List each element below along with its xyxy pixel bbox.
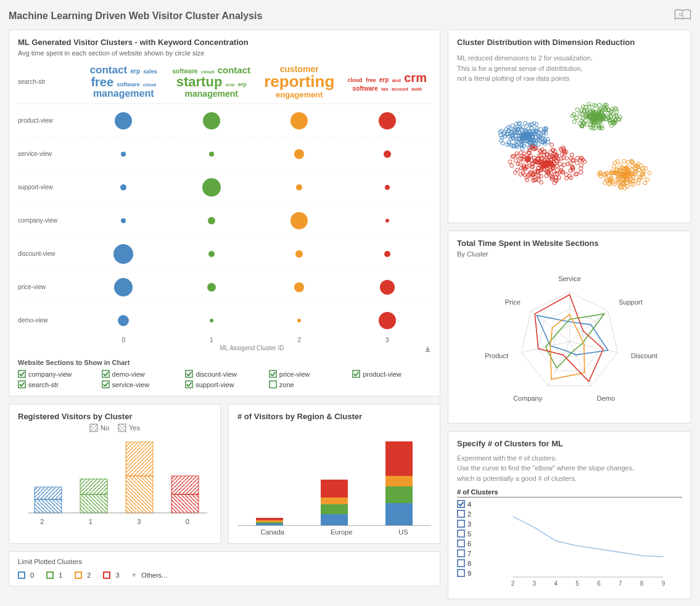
svg-point-689	[525, 178, 529, 182]
desc-line: which is potentially a good # of cluster…	[457, 473, 682, 484]
cluster-count-checkbox[interactable]: 2	[457, 510, 488, 518]
svg-rect-863	[458, 501, 464, 507]
svg-rect-5	[186, 371, 192, 377]
bar-segment	[256, 523, 283, 525]
x-tick: 2	[511, 580, 515, 587]
bubble	[294, 282, 304, 292]
filter-checkbox[interactable]: discount-view	[185, 370, 264, 378]
svg-point-568	[630, 168, 633, 171]
bubble	[113, 244, 133, 264]
x-tick: Europe	[331, 528, 352, 536]
svg-rect-24	[126, 476, 153, 513]
svg-marker-859	[537, 315, 608, 354]
panel-title: Limit Plotted Clusters	[18, 558, 431, 565]
svg-point-562	[599, 174, 603, 178]
row-label: price-view	[18, 284, 80, 290]
panel-scatter: Cluster Distribution with Dimension Redu…	[448, 30, 691, 223]
svg-rect-20	[35, 499, 62, 513]
bubble	[210, 319, 213, 322]
bar-segment	[321, 497, 348, 504]
filter-checkbox[interactable]: zone	[269, 380, 348, 388]
desc-line: Use the curve to find the "elbow" where …	[457, 463, 682, 473]
filter-section-label: Website Sections to Show in Chart	[18, 359, 431, 366]
svg-point-497	[643, 181, 647, 184]
filter-checkbox[interactable]: product-view	[352, 370, 431, 378]
svg-point-781	[516, 168, 519, 171]
filter-checkbox[interactable]: search-str	[18, 380, 97, 388]
cluster-count-checkbox[interactable]: 4	[457, 500, 488, 508]
x-tick: 3	[137, 518, 141, 525]
bar-segment	[385, 486, 413, 503]
bubble	[294, 149, 304, 159]
legend-no: No	[89, 424, 109, 432]
svg-rect-866	[458, 530, 464, 537]
x-tick: 3	[344, 337, 432, 343]
svg-point-612	[564, 173, 568, 176]
download-icon[interactable]	[424, 346, 431, 354]
filter-checkbox[interactable]: demo-view	[102, 370, 181, 378]
svg-point-635	[579, 170, 583, 174]
svg-point-782	[540, 180, 543, 184]
book-icon[interactable]	[674, 9, 691, 23]
x-tick: US	[398, 528, 408, 536]
svg-rect-22	[80, 494, 107, 513]
limit-cluster-checkbox[interactable]: 2	[75, 571, 91, 579]
svg-point-534	[627, 160, 630, 164]
svg-line-18	[122, 424, 126, 428]
cluster-count-checkbox[interactable]: 8	[457, 559, 488, 567]
bubble	[295, 250, 303, 258]
radar-axis-label: Service	[558, 275, 581, 282]
svg-rect-21	[35, 487, 62, 499]
radar-axis-label: Demo	[597, 394, 615, 401]
x-tick: 1	[168, 337, 256, 343]
scatter-chart	[457, 84, 682, 213]
radar-axis-label: Product	[485, 351, 508, 359]
radar-axis-label: Price	[505, 298, 521, 306]
cluster-count-checkbox[interactable]: 3	[457, 520, 488, 528]
x-tick: 8	[640, 580, 644, 587]
svg-rect-6	[270, 371, 276, 377]
cluster-count-checkbox[interactable]: 5	[457, 530, 488, 538]
filter-checkbox[interactable]: service-view	[102, 380, 181, 388]
x-tick: 7	[619, 580, 622, 587]
desc-line: not a literal plotting of raw data point…	[457, 73, 682, 84]
svg-point-777	[516, 154, 519, 158]
limit-cluster-checkbox[interactable]: 0	[18, 571, 34, 579]
cluster-count-checkbox[interactable]: 7	[457, 549, 488, 557]
panel-title: # of Visitors by Region & Cluster	[237, 412, 431, 421]
radar-axis-label: Discount	[631, 351, 657, 359]
page-title: Machine Learning Driven Web Visitor Clus…	[9, 10, 262, 22]
bubble	[385, 219, 389, 223]
panel-subtitle: Avg time spent in each section of websit…	[18, 49, 431, 57]
svg-point-384	[610, 109, 614, 113]
registered-bar-chart	[18, 436, 212, 516]
cluster-count-checkbox[interactable]: 9	[457, 569, 488, 577]
limit-cluster-checkbox[interactable]: 1	[46, 571, 62, 579]
x-tick: Canada	[260, 528, 284, 536]
panel-title: Total Time Spent in Website Sections	[457, 239, 682, 248]
svg-line-19	[118, 428, 122, 432]
filter-checkbox[interactable]: support-view	[185, 380, 264, 388]
row-label: support-view	[18, 184, 80, 190]
svg-rect-7	[353, 371, 360, 377]
cluster-count-checkbox[interactable]: 6	[457, 539, 488, 547]
desc-line: Experiment with the # of clusters.	[457, 453, 682, 464]
others-button[interactable]: +Others...	[132, 570, 168, 579]
limit-cluster-checkbox[interactable]: 3	[103, 571, 119, 579]
panel-registered-visitors: Registered Visitors by Cluster No Yes	[9, 404, 221, 544]
svg-point-640	[575, 156, 579, 160]
svg-point-483	[622, 159, 626, 163]
bubble	[379, 312, 396, 329]
x-tick: 6	[597, 580, 601, 587]
svg-point-428	[583, 105, 587, 109]
svg-rect-868	[458, 550, 464, 557]
bubble	[384, 150, 391, 158]
svg-line-13	[90, 424, 97, 432]
filter-checkbox[interactable]: price-view	[269, 370, 348, 378]
svg-point-829	[565, 156, 569, 160]
desc-line: ML reduced dimensions to 2 for visualiza…	[457, 53, 682, 63]
bar-segment	[385, 503, 413, 525]
filter-checkbox[interactable]: company-view	[18, 370, 97, 378]
svg-point-171	[535, 122, 538, 126]
bubble	[203, 112, 220, 129]
